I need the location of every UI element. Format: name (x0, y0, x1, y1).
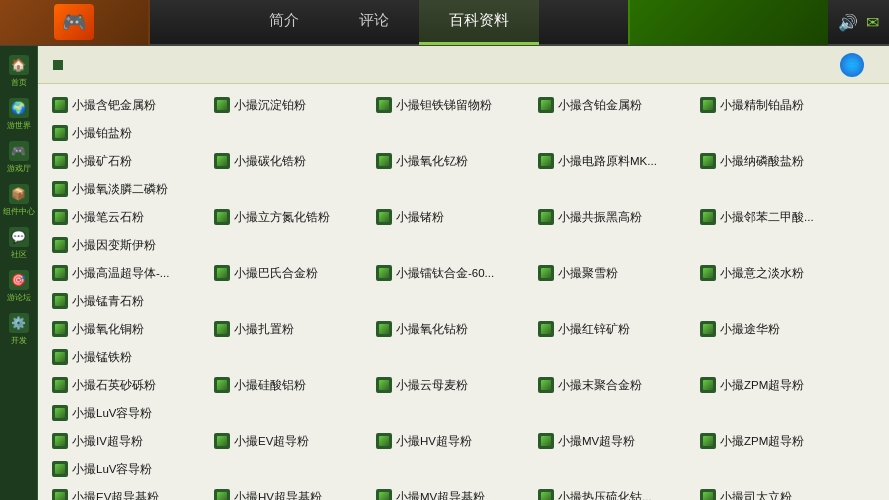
list-item[interactable]: 小撮矿石粉 (48, 148, 208, 174)
list-item[interactable]: 小撮硅酸铝粉 (210, 372, 370, 398)
item-icon (700, 321, 716, 337)
tab-baike[interactable]: 百科资料 (419, 0, 539, 45)
list-item[interactable]: 小撮红锌矿粉 (534, 316, 694, 342)
item-name: 小撮司太立粉 (720, 490, 792, 501)
list-item[interactable]: 小撮钽铁锑留物粉 (372, 92, 532, 118)
speaker-icon[interactable]: 🔊 (838, 13, 858, 32)
list-item[interactable]: 小撮扎置粉 (210, 316, 370, 342)
list-item[interactable]: 小撮锗粉 (372, 204, 532, 230)
item-icon (52, 265, 68, 281)
list-item[interactable]: 小撮邻苯二甲酸... (696, 204, 856, 230)
item-name: 小撮IV超导粉 (72, 434, 143, 449)
sidebar-icon: 🎯 (9, 270, 29, 290)
list-item[interactable]: 小撮聚雪粉 (534, 260, 694, 286)
list-item[interactable]: 小撮电路原料MK... (534, 148, 694, 174)
grid-row: 小撮笔云石粉小撮立方氮化锆粉小撮锗粉小撮共振黑高粉小撮邻苯二甲酸...小撮因变斯… (48, 204, 879, 258)
sidebar-icon: 🏠 (9, 55, 29, 75)
item-icon (52, 237, 68, 253)
item-name: 小撮含钯金属粉 (72, 98, 156, 113)
item-icon (700, 377, 716, 393)
list-item[interactable]: 小撮含钯金属粉 (48, 92, 208, 118)
grid-row: 小撮矿石粉小撮碳化锆粉小撮氧化钇粉小撮电路原料MK...小撮纳磷酸盐粉小撮氧淡膦… (48, 148, 879, 202)
list-item[interactable]: 小撮末聚合金粉 (534, 372, 694, 398)
list-item[interactable]: 小撮热压硫化钴... (534, 484, 694, 500)
list-item[interactable]: 小撮精制铂晶粉 (696, 92, 856, 118)
item-name: 小撮EV超导基粉 (72, 490, 159, 501)
list-item[interactable]: 小撮氧化钇粉 (372, 148, 532, 174)
item-icon (214, 209, 230, 225)
sidebar-item[interactable]: 🎯游论坛 (2, 266, 36, 306)
list-item[interactable]: 小撮LuV容导粉 (48, 400, 208, 426)
list-item[interactable]: 小撮ZPM超导粉 (696, 428, 856, 454)
sidebar-icon: 🎮 (9, 141, 29, 161)
list-item[interactable]: 小撮含铂金属粉 (534, 92, 694, 118)
item-icon (214, 153, 230, 169)
list-item[interactable]: 小撮氧化钻粉 (372, 316, 532, 342)
list-item[interactable]: 小撮MV超导基粉 (372, 484, 532, 500)
list-item[interactable]: 小撮高温超导体-... (48, 260, 208, 286)
sidebar-item[interactable]: 📦组件中心 (2, 180, 36, 220)
item-icon (700, 153, 716, 169)
list-item[interactable]: 小撮氧淡膦二磷粉 (48, 176, 208, 202)
item-icon (52, 433, 68, 449)
list-item[interactable]: 小撮锰铁粉 (48, 344, 208, 370)
list-item[interactable]: 小撮锰青石粉 (48, 288, 208, 314)
sidebar-item[interactable]: 🎮游戏厅 (2, 137, 36, 177)
tab-jianjie[interactable]: 简介 (239, 0, 329, 45)
sidebar-item[interactable]: 🌍游世界 (2, 94, 36, 134)
sidebar-item[interactable]: ⚙️开发 (2, 309, 36, 349)
item-name: 小撮MV超导基粉 (396, 490, 485, 501)
list-item[interactable]: 小撮石英砂砾粉 (48, 372, 208, 398)
item-name: 小撮电路原料MK... (558, 154, 657, 169)
item-icon (538, 489, 554, 500)
header-right: 🌐 (840, 53, 874, 77)
list-item[interactable]: 小撮云母麦粉 (372, 372, 532, 398)
item-icon (376, 321, 392, 337)
list-item[interactable]: 小撮共振黑高粉 (534, 204, 694, 230)
list-item[interactable]: 小撮因变斯伊粉 (48, 232, 208, 258)
list-item[interactable]: 小撮途华粉 (696, 316, 856, 342)
list-item[interactable]: 小撮巴氏合金粉 (210, 260, 370, 286)
list-item[interactable]: 小撮立方氮化锆粉 (210, 204, 370, 230)
list-item[interactable]: 小撮碳化锆粉 (210, 148, 370, 174)
list-item[interactable]: 小撮HV超导基粉 (210, 484, 370, 500)
list-item[interactable]: 小撮LuV容导粉 (48, 456, 208, 482)
item-icon (376, 433, 392, 449)
top-bar: 🎮 简介 评论 百科资料 🔊 ✉ (0, 0, 889, 46)
item-icon (538, 321, 554, 337)
list-item[interactable]: 小撮MV超导粉 (534, 428, 694, 454)
item-icon (52, 461, 68, 477)
sidebar-item[interactable]: 🏠首页 (2, 51, 36, 91)
item-icon (52, 349, 68, 365)
item-icon (700, 97, 716, 113)
list-item[interactable]: 小撮EV超导粉 (210, 428, 370, 454)
list-item[interactable]: 小撮铂盐粉 (48, 120, 208, 146)
mail-icon[interactable]: ✉ (866, 13, 879, 32)
list-item[interactable]: 小撮IV超导粉 (48, 428, 208, 454)
item-name: 小撮氧淡膦二磷粉 (72, 182, 168, 197)
list-item[interactable]: 小撮笔云石粉 (48, 204, 208, 230)
item-icon (214, 97, 230, 113)
list-item[interactable]: 小撮HV超导粉 (372, 428, 532, 454)
item-name: 小撮氧化铜粉 (72, 322, 144, 337)
list-item[interactable]: 小撮镭钛合金-60... (372, 260, 532, 286)
item-name: 小撮高温超导体-... (72, 266, 169, 281)
list-item[interactable]: 小撮纳磷酸盐粉 (696, 148, 856, 174)
item-icon (700, 265, 716, 281)
item-icon (52, 405, 68, 421)
item-icon (52, 377, 68, 393)
sidebar-icon: 🌍 (9, 98, 29, 118)
item-name: 小撮聚雪粉 (558, 266, 618, 281)
list-item[interactable]: 小撮沉淀铂粉 (210, 92, 370, 118)
item-name: 小撮锗粉 (396, 210, 444, 225)
item-name: 小撮氧化钻粉 (396, 322, 468, 337)
list-item[interactable]: 小撮氧化铜粉 (48, 316, 208, 342)
item-icon (538, 153, 554, 169)
list-item[interactable]: 小撮意之淡水粉 (696, 260, 856, 286)
sidebar-item[interactable]: 💬社区 (2, 223, 36, 263)
tab-pinglun[interactable]: 评论 (329, 0, 419, 45)
item-icon (52, 153, 68, 169)
list-item[interactable]: 小撮ZPM超导粉 (696, 372, 856, 398)
list-item[interactable]: 小撮EV超导基粉 (48, 484, 208, 500)
list-item[interactable]: 小撮司太立粉 (696, 484, 856, 500)
